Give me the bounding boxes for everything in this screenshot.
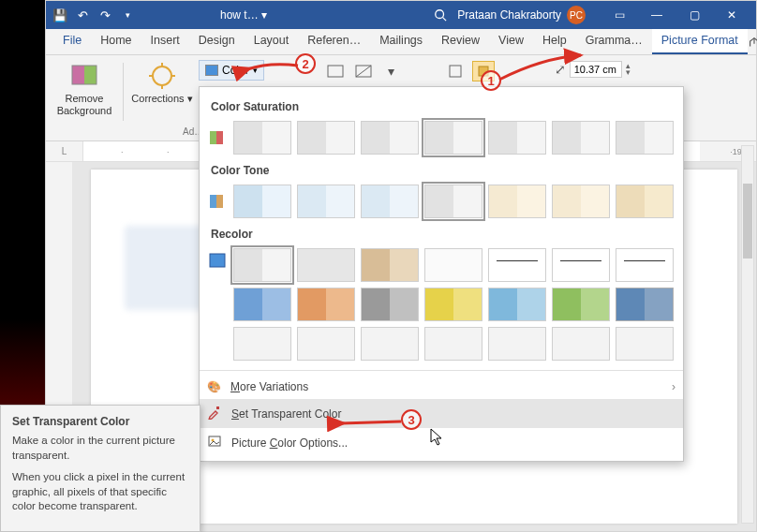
minimize-button[interactable]: — — [638, 1, 675, 29]
quick-access-toolbar: 💾 ↶ ↷ ▾ — [52, 7, 136, 23]
tab-picture-format[interactable]: Picture Format — [652, 29, 748, 54]
wrap-text-icon[interactable] — [472, 61, 495, 81]
svg-rect-19 — [216, 195, 223, 208]
artistic-effects-icon[interactable] — [324, 61, 347, 81]
section-title-tone: Color Tone — [211, 164, 674, 177]
recolor-thumb[interactable] — [616, 248, 674, 282]
compress-pictures-icon[interactable]: ▾ — [380, 61, 403, 81]
svg-rect-21 — [216, 406, 219, 409]
tone-thumb[interactable] — [297, 185, 355, 218]
tooltip-title: Set Transparent Color — [12, 415, 188, 428]
saturation-thumb[interactable] — [616, 121, 674, 155]
saturation-thumb[interactable] — [552, 121, 610, 155]
recolor-thumb[interactable] — [424, 248, 482, 282]
recolor-thumb[interactable] — [424, 327, 482, 361]
height-input[interactable] — [570, 61, 622, 78]
color-button-label: Color — [222, 64, 249, 77]
tone-thumb-selected[interactable] — [424, 185, 482, 218]
picture-options-icon — [207, 434, 222, 451]
saturation-thumb[interactable] — [361, 121, 419, 155]
set-transparent-color-item[interactable]: Set Transparent Color Set Transparent Co… — [200, 399, 683, 428]
recolor-thumb[interactable] — [361, 327, 419, 361]
recolor-thumb[interactable] — [297, 248, 355, 282]
tone-thumb[interactable] — [488, 185, 546, 218]
recolor-thumb[interactable] — [552, 327, 610, 361]
tab-design[interactable]: Design — [189, 29, 245, 54]
tone-thumb[interactable] — [616, 185, 674, 218]
recolor-thumb[interactable] — [233, 327, 291, 361]
size-spinner-icon[interactable]: ▴▾ — [626, 63, 631, 76]
svg-point-0 — [436, 10, 444, 19]
chevron-down-icon: ▾ — [253, 66, 258, 75]
tone-thumb[interactable] — [233, 185, 291, 218]
titlebar: 💾 ↶ ↷ ▾ how t… ▾ Prataan Chakraborty PC … — [46, 1, 756, 29]
picture-color-options-label: Picture Color Options... — [231, 436, 348, 450]
tab-view[interactable]: View — [489, 29, 533, 54]
save-icon[interactable]: 💾 — [52, 7, 68, 23]
recolor-thumb[interactable] — [488, 248, 546, 282]
more-variations-item[interactable]: 🎨 MMore Variationsore Variations › — [200, 375, 683, 399]
recolor-thumb[interactable] — [552, 248, 610, 282]
recolor-thumb[interactable] — [297, 327, 355, 361]
picture-color-options-item[interactable]: Picture Color Options... Picture Color O… — [200, 428, 683, 457]
recolor-thumb[interactable] — [488, 327, 546, 361]
remove-background-button[interactable]: Remove Background — [52, 59, 117, 116]
search-icon[interactable] — [433, 7, 448, 22]
recolor-thumb[interactable] — [233, 288, 291, 321]
share-icon[interactable] — [748, 29, 757, 54]
transparency-icon[interactable] — [352, 61, 375, 81]
recolor-thumb[interactable] — [297, 288, 355, 321]
tooltip-set-transparent-color: Set Transparent Color Make a color in th… — [0, 405, 200, 532]
recolor-thumb[interactable] — [488, 288, 546, 321]
svg-rect-20 — [210, 254, 225, 267]
close-button[interactable]: ✕ — [713, 1, 750, 29]
ribbon-display-options-icon[interactable]: ▭ — [601, 1, 638, 29]
recolor-thumb-selected[interactable] — [233, 248, 291, 282]
svg-rect-4 — [72, 66, 84, 84]
tab-file[interactable]: File — [53, 29, 91, 54]
tone-thumb[interactable] — [552, 185, 610, 218]
tab-insert[interactable]: Insert — [141, 29, 189, 54]
position-icon[interactable] — [444, 61, 467, 81]
recolor-preset-icon — [209, 252, 226, 269]
crop-icon[interactable]: ⤢ — [555, 62, 566, 77]
ruler-corner: L — [46, 141, 83, 161]
user-account[interactable]: Prataan Chakraborty PC — [457, 6, 586, 24]
tab-home[interactable]: Home — [91, 29, 141, 54]
document-title[interactable]: how t… ▾ — [220, 8, 267, 22]
undo-icon[interactable]: ↶ — [74, 7, 91, 23]
recolor-thumb[interactable] — [361, 288, 419, 321]
corrections-button[interactable]: Corrections ▾ — [129, 59, 195, 105]
maximize-button[interactable]: ▢ — [675, 1, 713, 29]
corrections-icon — [147, 61, 177, 91]
tab-references[interactable]: Referen… — [298, 29, 370, 54]
saturation-thumb[interactable] — [488, 121, 546, 155]
chevron-right-icon: › — [672, 380, 675, 393]
vertical-scrollbar[interactable] — [741, 145, 754, 524]
tab-grammar[interactable]: Gramma… — [576, 29, 652, 54]
recolor-thumb[interactable] — [424, 288, 482, 321]
color-dropdown-button[interactable]: Color ▾ — [199, 60, 264, 81]
tab-mailings[interactable]: Mailings — [370, 29, 432, 54]
saturation-grid — [233, 121, 674, 155]
tab-review[interactable]: Review — [432, 29, 489, 54]
tab-help[interactable]: Help — [533, 29, 576, 54]
tone-thumb[interactable] — [361, 185, 419, 218]
recolor-thumb[interactable] — [361, 248, 419, 282]
tab-layout[interactable]: Layout — [245, 29, 299, 54]
saturation-thumb-selected[interactable] — [424, 121, 482, 155]
redo-icon[interactable]: ↷ — [96, 7, 113, 23]
recolor-thumb[interactable] — [552, 288, 610, 321]
recolor-thumb[interactable] — [616, 288, 674, 321]
svg-rect-16 — [210, 131, 216, 144]
saturation-thumb[interactable] — [297, 121, 355, 155]
svg-line-13 — [356, 66, 371, 77]
qat-customize-icon[interactable]: ▾ — [119, 7, 136, 23]
tooltip-line2: When you click a pixel in the current gr… — [12, 470, 188, 514]
corrections-label: Corrections ▾ — [131, 93, 192, 105]
set-transparent-color-label: Set Transparent Color — [231, 407, 341, 421]
eyedropper-icon — [207, 405, 222, 422]
recolor-thumb[interactable] — [616, 327, 674, 361]
avatar: PC — [567, 6, 586, 24]
saturation-thumb[interactable] — [233, 121, 291, 155]
